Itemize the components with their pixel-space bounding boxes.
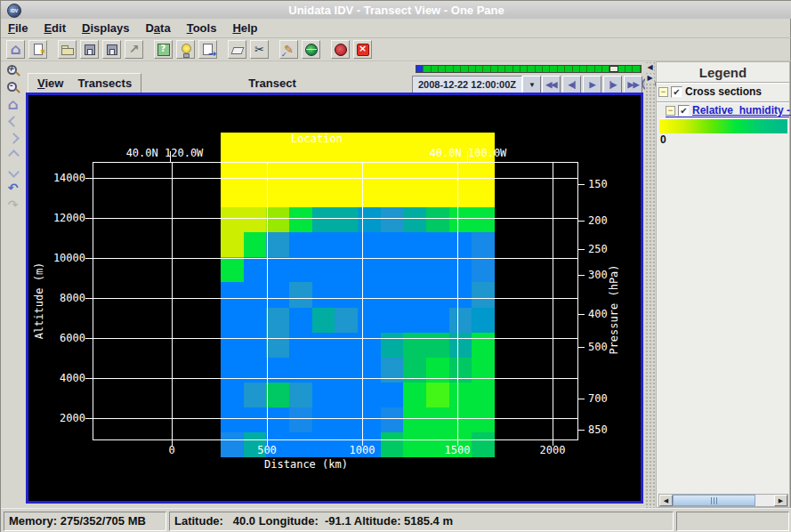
time-steps-bar[interactable] [416, 65, 642, 73]
view-menu-view[interactable]: View [37, 77, 63, 90]
edit-button[interactable] [279, 40, 298, 59]
link-underline [666, 117, 789, 117]
divider [657, 101, 789, 103]
redo-icon[interactable] [4, 198, 22, 214]
grid-line [577, 249, 585, 250]
collapse-right-icon[interactable]: ▶ [646, 74, 654, 82]
pan-down-icon[interactable] [4, 165, 22, 180]
toolbar-group [6, 40, 47, 59]
new-display-button[interactable] [28, 40, 47, 59]
undo-icon[interactable] [4, 181, 22, 197]
grid-line [577, 430, 585, 431]
heatmap-cell [244, 282, 267, 307]
scroll-right-button[interactable]: ▶ [774, 495, 787, 506]
zoom-in-icon[interactable]: + [4, 63, 22, 78]
legend-group-label: Cross sections [685, 85, 762, 98]
menu-edit[interactable]: Edit [44, 21, 66, 35]
time-segment [505, 66, 513, 72]
heatmap-cell [426, 232, 449, 257]
globe-button[interactable] [302, 40, 320, 59]
heatmap-cell [289, 182, 312, 207]
menu-displays[interactable]: Displays [82, 21, 129, 35]
heatmap-cell [403, 333, 426, 358]
heatmap-cell [312, 207, 335, 232]
save-bundle-button[interactable] [80, 40, 99, 59]
memory-status: Memory: 275/352/705 MB [4, 512, 166, 531]
humidity-checkbox[interactable] [678, 105, 690, 117]
cut-icon [252, 42, 267, 57]
scrollbar-thumb[interactable] [673, 495, 755, 506]
show-dashboard-button[interactable] [6, 40, 25, 59]
grid-line [577, 221, 585, 222]
field-selector-button[interactable] [154, 40, 173, 59]
heatmap-cell [381, 308, 404, 333]
heatmap-cell [403, 282, 426, 307]
grid-line [577, 399, 585, 399]
time-segment [595, 66, 602, 72]
heatmap-cell [312, 383, 335, 407]
time-segment [476, 66, 483, 72]
grid-line [85, 378, 93, 379]
time-step-forward-button[interactable]: |▶ [603, 76, 622, 93]
menu-help[interactable]: Help [232, 21, 257, 35]
erase-button[interactable] [228, 40, 246, 59]
time-segment [446, 66, 453, 72]
cancel-button[interactable] [353, 40, 372, 59]
collapse-left-icon[interactable]: ◀ [646, 63, 654, 71]
tip-button[interactable] [176, 40, 195, 59]
time-value-field[interactable]: 2008-12-22 12:00:00Z [412, 76, 522, 93]
heatmap-cell [449, 182, 472, 207]
view-menu-transects[interactable]: Transects [77, 77, 132, 90]
transect-display-area[interactable]: Location40.0N 120.0W40.0N 100.0W05001000… [28, 95, 641, 501]
time-end-button[interactable]: ▶▶ [624, 76, 642, 93]
heatmap-cell [335, 282, 358, 307]
grid-line [267, 162, 268, 439]
heatmap-cell [289, 257, 312, 282]
zoom-out-icon[interactable]: - [4, 80, 22, 95]
drawing-button[interactable] [125, 40, 143, 59]
grid-line [457, 162, 458, 439]
scroll-left-button[interactable]: ◀ [659, 495, 673, 506]
title-bar[interactable]: IDV Unidata IDV - Transect View - One Pa… [1, 1, 791, 19]
home-view-icon[interactable] [4, 97, 22, 112]
collapse-group-icon[interactable] [658, 87, 668, 97]
save-as-icon [104, 42, 119, 57]
collapse-item-icon[interactable] [666, 106, 675, 116]
heatmap-cell [221, 383, 244, 407]
time-dropdown-button[interactable]: ▼ [522, 76, 541, 93]
humidity-display-link[interactable]: Relative_humidity -_ [692, 104, 791, 117]
heatmap-cell [266, 232, 289, 257]
menu-file[interactable]: File [8, 21, 28, 35]
heatmap-cell [403, 407, 426, 432]
save-as-button[interactable] [102, 40, 121, 59]
grid-line [172, 162, 173, 439]
heatmap-cell [381, 232, 404, 257]
export-image-button[interactable] [198, 40, 217, 59]
heatmap-cell [472, 333, 495, 358]
stop-loads-button[interactable] [331, 40, 350, 59]
cross-sections-checkbox[interactable] [671, 86, 682, 98]
time-segment [543, 66, 550, 72]
menu-tools[interactable]: Tools [187, 21, 217, 35]
legend-splitter[interactable]: ◀ ▶ [645, 61, 655, 508]
time-segment [454, 66, 461, 72]
pan-right-icon[interactable] [4, 131, 22, 146]
position-status: Latitude: 40.0 Longitude: -91.1 Altitude… [169, 512, 674, 531]
menu-data[interactable]: Data [145, 21, 170, 35]
cut-button[interactable] [250, 40, 269, 59]
pan-up-icon[interactable] [4, 148, 22, 163]
y-right-tick-label: 850 [588, 423, 608, 436]
time-start-button[interactable]: ◀◀ [542, 76, 561, 93]
legend-horizontal-scrollbar[interactable]: ◀ ▶ [658, 494, 788, 507]
heatmap-cell [426, 333, 449, 358]
status-bar: Memory: 275/352/705 MB Latitude: 40.0 Lo… [1, 508, 791, 532]
heatmap-cell [381, 257, 404, 282]
pan-left-icon[interactable] [4, 114, 22, 129]
time-segment [633, 66, 640, 72]
open-bundle-button[interactable] [58, 40, 77, 59]
time-step-back-button[interactable]: ◀| [562, 76, 581, 93]
glyph: + [8, 64, 14, 73]
time-play-button[interactable]: ▶ [583, 76, 601, 93]
humidity-colorbar[interactable] [659, 118, 787, 133]
heatmap-cell [381, 182, 404, 207]
